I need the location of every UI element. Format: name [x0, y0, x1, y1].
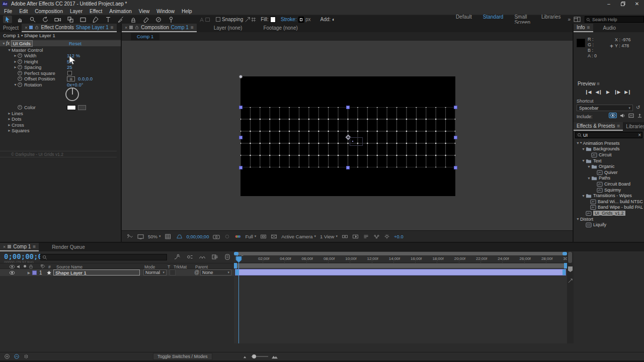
layer-mode-select[interactable]: Normal▾ — [143, 269, 167, 276]
stopwatch-icon[interactable] — [18, 53, 22, 58]
selection-handle[interactable] — [239, 106, 243, 109]
menu-window[interactable]: Window — [156, 9, 175, 14]
tab-effects-presets[interactable]: Effects & Presets≡ — [574, 122, 623, 131]
perfect-square-checkbox[interactable] — [67, 71, 72, 75]
flowchart-icon[interactable] — [373, 234, 380, 239]
fast-previews-icon[interactable] — [352, 234, 359, 239]
panel-menu-icon[interactable]: ≡ — [33, 244, 36, 249]
navigator-end-handle[interactable] — [562, 252, 567, 255]
channel-icon[interactable] — [234, 234, 241, 239]
effect-header-row[interactable]: ▼ fx UI Grids Reset — [0, 40, 121, 46]
motion-blur-footer-icon[interactable] — [23, 353, 29, 359]
snapshot-icon[interactable] — [213, 234, 220, 239]
tree-item[interactable]: Band Wipe - build PAL — [576, 205, 643, 211]
timeline-navigator[interactable] — [234, 252, 567, 255]
playhead-marker[interactable] — [235, 256, 242, 263]
lock-icon[interactable] — [35, 25, 39, 30]
transparency-grid-icon[interactable] — [271, 234, 277, 239]
audio-include-icon[interactable] — [620, 113, 625, 118]
snap-option-icon[interactable] — [245, 16, 251, 23]
property-value[interactable]: 0.0,0.0 — [78, 76, 93, 81]
property-row-spacing[interactable]: ►Spacing25 — [0, 64, 121, 70]
cache-include-icon[interactable] — [637, 113, 642, 118]
trkmat-box[interactable] — [170, 269, 176, 276]
property-row-master-control[interactable]: ▼Master Control — [0, 47, 121, 53]
pan-behind-tool[interactable] — [66, 16, 75, 23]
menu-file[interactable]: File — [4, 9, 12, 14]
selection-handle[interactable] — [239, 136, 243, 139]
overlays-include-icon[interactable] — [628, 113, 634, 118]
selection-handle[interactable] — [454, 106, 457, 109]
property-row-width[interactable]: ►Width112 % — [0, 53, 121, 59]
timeline-button-icon[interactable] — [363, 234, 369, 239]
shortcut-select[interactable]: Spacebar▾ — [577, 105, 633, 111]
tree-item[interactable]: Circuit — [576, 152, 643, 158]
zoom-out-mountain-icon[interactable] — [243, 354, 248, 359]
composition-viewer[interactable] — [122, 41, 573, 230]
camera-tool[interactable] — [53, 16, 62, 23]
magnification-icon[interactable] — [137, 234, 144, 239]
workspace-overflow-icon[interactable]: » — [568, 17, 571, 22]
exposure-icon[interactable] — [384, 234, 390, 239]
comp-subtab[interactable]: Comp 1 — [131, 33, 159, 40]
close-button[interactable]: ✕ — [630, 0, 644, 8]
close-icon[interactable]: × — [3, 244, 6, 249]
frame-blend-footer-icon[interactable] — [14, 353, 20, 359]
fill-swatch[interactable] — [270, 17, 276, 23]
tree-item[interactable]: ▼* Animation Presets — [576, 140, 643, 146]
selection-handle[interactable] — [346, 106, 350, 109]
always-preview-icon[interactable] — [127, 234, 133, 239]
timeline-zoom-slider[interactable] — [251, 356, 268, 357]
menu-effect[interactable]: Effect — [90, 9, 102, 14]
close-icon[interactable]: × — [25, 25, 27, 30]
help-search-input[interactable] — [585, 16, 644, 23]
eraser-tool[interactable] — [141, 16, 150, 23]
layer-out-handle[interactable] — [562, 269, 566, 275]
property-row-color[interactable]: Color — [0, 105, 121, 111]
layer-row[interactable]: ▶ 1 Shape Layer 1 Normal▾ @ None▾ — [0, 269, 234, 277]
tree-item[interactable]: Circuit Board — [576, 181, 643, 187]
panel-menu-icon[interactable]: ≡ — [587, 25, 590, 30]
menu-animation[interactable]: Animation — [109, 9, 131, 14]
guides-grid-icon[interactable] — [165, 234, 172, 239]
parent-pickwhip-icon[interactable]: @ — [194, 269, 199, 275]
clone-stamp-tool[interactable] — [129, 16, 138, 23]
video-include-icon[interactable] — [609, 113, 617, 118]
rotation-dial[interactable] — [65, 87, 79, 101]
effect-name[interactable]: UI Grids — [11, 40, 33, 47]
menu-edit[interactable]: Edit — [19, 9, 28, 14]
panel-menu-icon[interactable]: ≡ — [617, 123, 620, 129]
snapping-checkbox[interactable] — [216, 17, 220, 22]
show-snapshot-icon[interactable] — [224, 234, 230, 239]
layer-name[interactable]: Shape Layer 1 — [53, 269, 140, 276]
property-row-squares[interactable]: ►Squares — [0, 128, 121, 134]
layer-twirl-icon[interactable]: ▶ — [27, 271, 31, 275]
property-row-offset-position[interactable]: Offset Position⊕0.0,0.0 — [0, 76, 121, 82]
close-icon[interactable]: × — [125, 25, 127, 30]
twirl-icon[interactable]: ▼ — [13, 83, 18, 86]
region-of-interest-icon[interactable] — [260, 234, 267, 239]
expand-layers-icon[interactable] — [4, 353, 10, 359]
twirl-icon[interactable]: ▼ — [581, 194, 586, 198]
tree-item[interactable]: ▼Distort — [576, 216, 643, 222]
toggle-switches-button[interactable]: Toggle Switches / Modes — [153, 353, 212, 360]
last-frame-button[interactable]: ▶❙ — [624, 89, 630, 95]
selection-handle[interactable] — [454, 166, 457, 169]
shy-icon[interactable] — [186, 253, 193, 260]
twirl-icon[interactable]: ▼ — [587, 165, 591, 168]
property-row-rotation[interactable]: ▼Rotation0x+0.0° — [0, 81, 121, 87]
twirl-icon[interactable]: ▼ — [581, 147, 586, 151]
color-swatch[interactable] — [67, 105, 76, 110]
snapping-toggle[interactable]: Snapping — [216, 17, 245, 22]
resolution-select[interactable]: Full▾ — [245, 234, 256, 239]
twirl-icon[interactable]: ► — [7, 112, 12, 115]
property-row-height[interactable]: ►Height50 — [0, 58, 121, 64]
layer-origin-handle[interactable] — [239, 75, 243, 78]
zoom-select[interactable]: 50%▾ — [148, 234, 161, 239]
type-tool[interactable] — [104, 16, 113, 23]
tree-item[interactable]: Liquify — [576, 222, 643, 228]
effects-search-input[interactable] — [575, 132, 642, 138]
vertical-scrollbar-thumb[interactable] — [568, 252, 572, 263]
tree-item[interactable]: Squirmy — [576, 187, 643, 193]
tree-item[interactable]: ▼Transitions - Wipes — [576, 193, 643, 199]
